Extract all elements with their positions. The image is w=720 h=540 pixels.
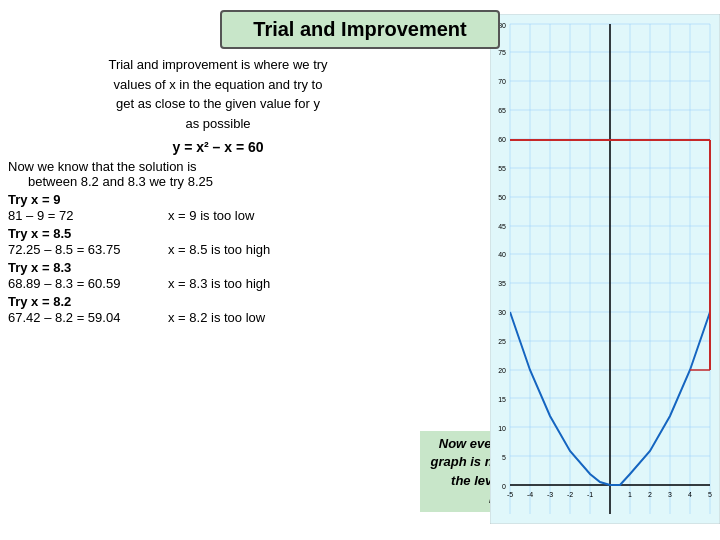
svg-rect-0: [490, 14, 720, 524]
step-x82: Try x = 8.2 67.42 – 8.2 = 59.04 x = 8.2 …: [8, 294, 428, 325]
try-calc-row-x9: 81 – 9 = 72 x = 9 is too low: [8, 208, 428, 223]
result-x82: x = 8.2 is too low: [168, 310, 265, 325]
svg-text:2: 2: [648, 491, 652, 498]
svg-text:55: 55: [498, 165, 506, 172]
try-label-x9: Try x = 9: [8, 192, 428, 207]
graph-area: 0 5 10 15 20 25 30 35 40 45 50 55 60 65 …: [490, 14, 720, 524]
svg-text:5: 5: [708, 491, 712, 498]
svg-text:30: 30: [498, 309, 506, 316]
page-title: Trial and Improvement: [220, 10, 500, 49]
try-calc-row-x85: 72.25 – 8.5 = 63.75 x = 8.5 is too high: [8, 242, 428, 257]
svg-text:20: 20: [498, 367, 506, 374]
calc-x82: 67.42 – 8.2 = 59.04: [8, 310, 168, 325]
step-x83: Try x = 8.3 68.89 – 8.3 = 60.59 x = 8.3 …: [8, 260, 428, 291]
result-x83: x = 8.3 is too high: [168, 276, 270, 291]
svg-text:0: 0: [502, 483, 506, 490]
graph-svg: 0 5 10 15 20 25 30 35 40 45 50 55 60 65 …: [490, 14, 720, 524]
svg-text:1: 1: [628, 491, 632, 498]
calc-x9: 81 – 9 = 72: [8, 208, 168, 223]
step-now-we-know: Now we know that the solution is between…: [8, 159, 428, 189]
svg-text:-3: -3: [547, 491, 553, 498]
svg-text:5: 5: [502, 454, 506, 461]
equation-display: y = x² – x = 60: [8, 139, 428, 155]
svg-text:75: 75: [498, 49, 506, 56]
intro-paragraph: Trial and improvement is where we try va…: [8, 55, 428, 133]
step-label: Now we know that the solution is: [8, 159, 197, 174]
svg-text:10: 10: [498, 425, 506, 432]
svg-text:-4: -4: [527, 491, 533, 498]
svg-text:50: 50: [498, 194, 506, 201]
svg-text:-1: -1: [587, 491, 593, 498]
try-calc-row-x82: 67.42 – 8.2 = 59.04 x = 8.2 is too low: [8, 310, 428, 325]
try-label-x85: Try x = 8.5: [8, 226, 428, 241]
svg-text:-2: -2: [567, 491, 573, 498]
intro-line1: Trial and improvement is where we try: [108, 57, 327, 72]
result-x9: x = 9 is too low: [168, 208, 254, 223]
svg-text:60: 60: [498, 136, 506, 143]
step-x85: Try x = 8.5 72.25 – 8.5 = 63.75 x = 8.5 …: [8, 226, 428, 257]
intro-line2: values of x in the equation and try to: [114, 77, 323, 92]
svg-text:45: 45: [498, 223, 506, 230]
svg-text:35: 35: [498, 280, 506, 287]
svg-text:-5: -5: [507, 491, 513, 498]
svg-text:70: 70: [498, 78, 506, 85]
result-x85: x = 8.5 is too high: [168, 242, 270, 257]
svg-text:25: 25: [498, 338, 506, 345]
svg-text:15: 15: [498, 396, 506, 403]
main-content: Trial and improvement is where we try va…: [8, 55, 428, 328]
try-label-x83: Try x = 8.3: [8, 260, 428, 275]
svg-text:40: 40: [498, 251, 506, 258]
svg-text:3: 3: [668, 491, 672, 498]
step-sub: between 8.2 and 8.3 we try 8.25: [28, 174, 213, 189]
try-calc-row-x83: 68.89 – 8.3 = 60.59 x = 8.3 is too high: [8, 276, 428, 291]
intro-line4: as possible: [185, 116, 250, 131]
intro-line3: get as close to the given value for y: [116, 96, 320, 111]
svg-text:65: 65: [498, 107, 506, 114]
calc-x85: 72.25 – 8.5 = 63.75: [8, 242, 168, 257]
calc-x83: 68.89 – 8.3 = 60.59: [8, 276, 168, 291]
svg-text:4: 4: [688, 491, 692, 498]
step-x9: Try x = 9 81 – 9 = 72 x = 9 is too low: [8, 192, 428, 223]
try-label-x82: Try x = 8.2: [8, 294, 428, 309]
